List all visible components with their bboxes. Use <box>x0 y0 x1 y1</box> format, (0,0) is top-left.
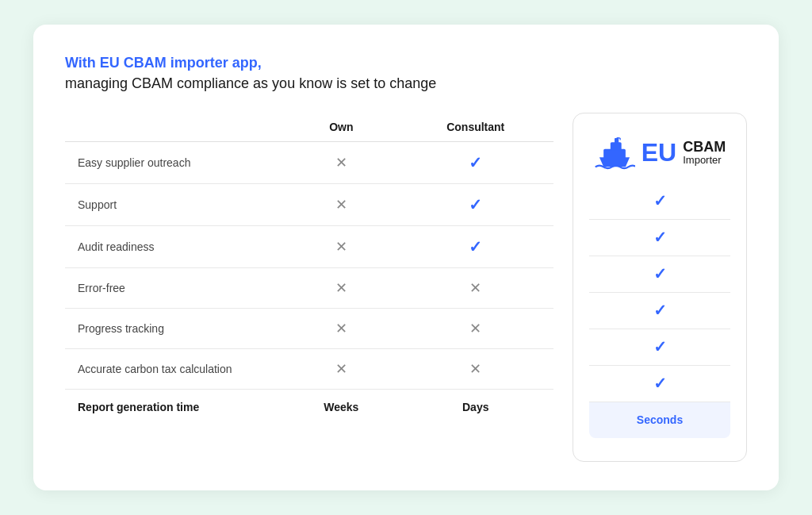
table-row: Easy supplier outreach✕✓ <box>65 141 553 183</box>
table-row: Error-free✕✕ <box>65 267 553 308</box>
header-line1: With EU CBAM importer app, <box>65 53 747 73</box>
table-header-row: Own Consultant <box>65 113 553 142</box>
check-icon: ✓ <box>469 196 482 213</box>
content-row: Own Consultant Easy supplier outreach✕✓S… <box>65 113 747 462</box>
app-cell: ✓ <box>589 183 730 219</box>
main-card: With EU CBAM importer app, managing CBAM… <box>33 25 779 490</box>
header-line2: managing CBAM compliance as you know is … <box>65 74 747 94</box>
cross-icon: ✕ <box>469 361 481 377</box>
app-cell: ✓ <box>589 256 730 292</box>
feature-cell: Progress tracking <box>65 308 285 348</box>
consultant-cell: ✕ <box>397 348 553 389</box>
cross-icon: ✕ <box>469 280 481 296</box>
app-cell: ✓ <box>589 329 730 365</box>
logo-cbam-text: CBAM <box>683 140 726 156</box>
own-cell: Weeks <box>285 389 397 425</box>
app-cell: ✓ <box>589 219 730 256</box>
logo-cbam-block: CBAM Importer <box>683 140 726 167</box>
feature-cell: Accurate carbon tax calculation <box>65 348 285 389</box>
consultant-cell: ✓ <box>397 225 553 267</box>
check-icon: ✓ <box>653 228 667 247</box>
own-cell: ✕ <box>285 225 397 267</box>
own-cell: ✕ <box>285 183 397 225</box>
cross-icon: ✕ <box>335 155 347 171</box>
table-row: Progress tracking✕✕ <box>65 308 553 348</box>
col-feature <box>65 113 285 142</box>
comparison-table: Own Consultant Easy supplier outreach✕✓S… <box>65 113 553 425</box>
cross-icon: ✕ <box>335 321 347 336</box>
logo-section: EU CBAM Importer ✓✓✓✓✓✓Seconds <box>573 113 747 462</box>
svg-rect-2 <box>615 138 619 144</box>
table-section: Own Consultant Easy supplier outreach✕✓S… <box>65 113 553 425</box>
logo-text-group: EU <box>642 138 676 167</box>
check-icon: ✓ <box>653 264 667 283</box>
consultant-cell: ✕ <box>397 308 553 348</box>
check-icon: ✓ <box>653 374 667 393</box>
table-row: Support✕✓ <box>65 183 553 225</box>
feature-cell: Easy supplier outreach <box>65 141 285 183</box>
logo-inner: EU CBAM Importer <box>594 136 726 170</box>
page-wrapper: With EU CBAM importer app, managing CBAM… <box>0 0 812 515</box>
table-row: Audit readiness✕✓ <box>65 225 553 267</box>
table-row: Report generation timeWeeksDays <box>65 389 553 425</box>
consultant-cell: ✕ <box>397 267 553 308</box>
svg-rect-0 <box>603 148 626 158</box>
cross-icon: ✕ <box>335 239 347 255</box>
feature-cell: Error-free <box>65 267 285 308</box>
own-cell: ✕ <box>285 308 397 348</box>
check-icon: ✓ <box>469 238 482 256</box>
own-cell: ✕ <box>285 348 397 389</box>
cross-icon: ✕ <box>335 361 347 377</box>
cross-icon: ✕ <box>335 280 347 296</box>
own-cell: ✕ <box>285 141 397 183</box>
header: With EU CBAM importer app, managing CBAM… <box>65 53 747 93</box>
consultant-cell: Days <box>397 389 553 425</box>
own-cell: ✕ <box>285 267 397 308</box>
check-icon: ✓ <box>469 154 482 171</box>
feature-cell: Audit readiness <box>65 225 285 267</box>
app-cell: Seconds <box>589 402 730 438</box>
cross-icon: ✕ <box>469 321 481 336</box>
cross-icon: ✕ <box>335 197 347 213</box>
col-own: Own <box>285 113 397 142</box>
header-blue-text: With EU CBAM importer app, <box>65 55 262 71</box>
table-row: Accurate carbon tax calculation✕✕ <box>65 348 553 389</box>
header-black-text: managing CBAM compliance as you know is … <box>65 75 436 91</box>
consultant-cell: ✓ <box>397 183 553 225</box>
seconds-label: Seconds <box>637 413 683 426</box>
check-icon: ✓ <box>653 301 667 320</box>
app-cell: ✓ <box>589 365 730 402</box>
logo-card: EU CBAM Importer ✓✓✓✓✓✓Seconds <box>573 113 747 462</box>
feature-cell: Report generation time <box>65 389 285 425</box>
col-consultant: Consultant <box>397 113 553 142</box>
consultant-cell: ✓ <box>397 141 553 183</box>
feature-cell: Support <box>65 183 285 225</box>
app-cell: ✓ <box>589 292 730 329</box>
check-icon: ✓ <box>653 191 667 210</box>
check-icon: ✓ <box>653 337 667 356</box>
logo-importer-text: Importer <box>683 155 726 166</box>
logo-eu-text: EU <box>642 138 676 167</box>
ship-icon <box>594 136 635 170</box>
